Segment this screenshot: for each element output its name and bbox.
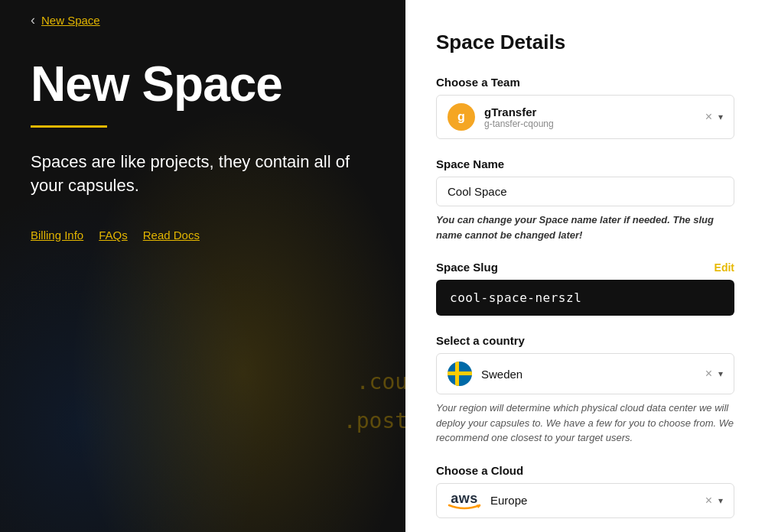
left-panel: .coun.post( ‹ New Space New Space Spaces… — [0, 0, 405, 532]
slug-edit-link[interactable]: Edit — [715, 261, 734, 274]
country-select-actions: × ▾ — [705, 368, 723, 380]
aws-logo-icon: aws — [448, 491, 481, 510]
team-field-group: Choose a Team g gTransfer g-tansfer-cqou… — [436, 76, 734, 139]
space-slug-field-group: Space Slug Edit cool-space-nerszl — [436, 261, 734, 316]
page-title: New Space — [31, 59, 375, 110]
cloud-select-actions: × ▾ — [705, 495, 723, 507]
country-field-group: Select a country Sweden × ▾ Your region … — [436, 334, 734, 446]
billing-info-link[interactable]: Billing Info — [31, 229, 83, 242]
team-info: gTransfer g-tansfer-cqoung — [484, 105, 554, 129]
team-name: gTransfer — [484, 105, 554, 118]
sweden-flag-icon — [448, 362, 472, 386]
cloud-label: Choose a Cloud — [436, 464, 734, 477]
cloud-select[interactable]: aws Europe × ▾ — [436, 483, 734, 518]
left-content: ‹ New Space New Space Spaces are like pr… — [0, 0, 405, 532]
space-name-field-group: Space Name You can change your Space nam… — [436, 157, 734, 242]
right-panel: Space Details Choose a Team g gTransfer … — [405, 0, 765, 532]
country-clear-icon[interactable]: × — [705, 368, 712, 380]
country-chevron-icon[interactable]: ▾ — [718, 368, 723, 379]
country-label: Select a country — [436, 334, 734, 347]
space-name-label: Space Name — [436, 157, 734, 170]
panel-title: Space Details — [436, 31, 734, 54]
space-name-note: You can change your Space name later if … — [436, 212, 734, 242]
team-clear-icon[interactable]: × — [705, 111, 712, 123]
slug-value: cool-space-nerszl — [436, 280, 734, 316]
aws-smile-icon — [448, 504, 481, 510]
read-docs-link[interactable]: Read Docs — [143, 229, 200, 242]
space-slug-label: Space Slug — [436, 261, 498, 274]
breadcrumb-link[interactable]: New Space — [41, 14, 100, 27]
back-arrow-icon[interactable]: ‹ — [31, 12, 35, 28]
title-divider — [31, 125, 107, 128]
team-chevron-icon[interactable]: ▾ — [718, 112, 723, 122]
team-label: Choose a Team — [436, 76, 734, 89]
team-avatar: g — [448, 103, 475, 131]
region-note: Your region will determine which physica… — [436, 401, 734, 446]
country-select[interactable]: Sweden × ▾ — [436, 353, 734, 394]
team-select[interactable]: g gTransfer g-tansfer-cqoung × ▾ — [436, 95, 734, 139]
cloud-region: Europe — [490, 494, 527, 507]
team-slug: g-tansfer-cqoung — [484, 118, 554, 129]
cloud-field-group: Choose a Cloud aws Europe × ▾ — [436, 464, 734, 518]
team-select-actions: × ▾ — [705, 111, 723, 123]
cloud-clear-icon[interactable]: × — [705, 495, 712, 507]
footer-links: Billing Info FAQs Read Docs — [31, 229, 375, 242]
faqs-link[interactable]: FAQs — [99, 229, 128, 242]
cloud-chevron-icon[interactable]: ▾ — [718, 495, 723, 506]
slug-header: Space Slug Edit — [436, 261, 734, 274]
country-name: Sweden — [481, 368, 522, 381]
subtitle-text: Spaces are like projects, they contain a… — [31, 151, 352, 198]
space-name-input[interactable] — [436, 177, 734, 206]
breadcrumb: ‹ New Space — [31, 12, 375, 28]
